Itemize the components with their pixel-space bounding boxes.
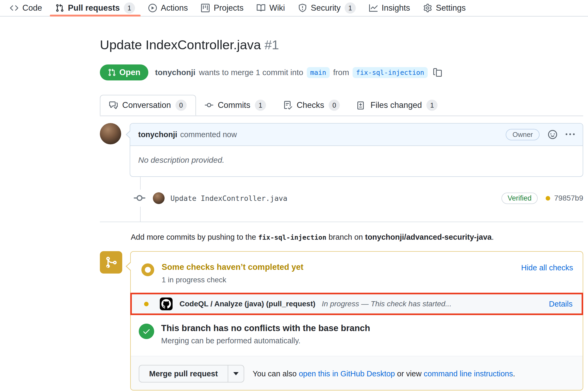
check-circle-icon (139, 324, 154, 339)
code-icon (10, 4, 18, 12)
pull-requests-count-badge: 1 (124, 2, 135, 14)
pull-request-icon (108, 68, 116, 76)
merge-caption-prefix: You can also (253, 369, 297, 378)
push-hint-prefix: Add more commits by pushing to the (131, 233, 256, 241)
tab-count: 1 (255, 100, 266, 111)
tab-label: Commits (218, 100, 250, 110)
merge-footer: Merge pull request You can also open thi… (131, 356, 583, 390)
tab-label: Conversation (122, 100, 171, 110)
nav-item-projects[interactable]: Projects (194, 0, 250, 16)
copy-branch-icon[interactable] (433, 68, 442, 77)
repo-nav: Code Pull requests 1 Actions Projects Wi… (0, 0, 588, 17)
chevron-down-icon (233, 372, 239, 375)
check-row-codeql: CodeQL / Analyze (java) (pull_request) I… (130, 293, 583, 315)
comment-box: tonychonji commented now Owner No descri… (130, 123, 583, 177)
command-line-instructions-link[interactable]: command line instructions (424, 369, 513, 378)
pr-page-content: Update IndexController.java #1 Open tony… (100, 37, 583, 390)
commit-sha[interactable]: 79857b9 (554, 194, 583, 202)
tab-checks[interactable]: Checks 0 (275, 95, 349, 116)
book-icon (257, 4, 265, 12)
nav-item-actions[interactable]: Actions (142, 0, 195, 16)
nav-item-settings[interactable]: Settings (417, 0, 472, 16)
checks-text: Some checks haven’t completed yet 1 in p… (162, 262, 303, 284)
timeline-separator (100, 222, 583, 222)
mergeability-title: This branch has no conflicts with the ba… (161, 323, 370, 333)
nav-item-pull-requests[interactable]: Pull requests 1 (49, 0, 142, 16)
comment-meta: commented now (180, 130, 237, 139)
nav-item-security[interactable]: Security 1 (292, 0, 362, 16)
nav-item-wiki[interactable]: Wiki (250, 0, 292, 16)
smiley-icon[interactable] (548, 130, 557, 139)
avatar[interactable] (100, 123, 121, 144)
mergeability-text: This branch has no conflicts with the ba… (161, 323, 370, 345)
github-desktop-link[interactable]: open this in GitHub Desktop (299, 369, 395, 378)
push-hint-middle: branch on (329, 233, 363, 241)
git-merge-icon (100, 251, 122, 274)
checklist-icon (284, 101, 292, 109)
checks-subtitle: 1 in progress check (162, 276, 303, 284)
nav-item-label: Projects (214, 3, 243, 13)
pr-meta-row: Open tonychonji wants to merge 1 commit … (100, 64, 583, 80)
comment-author[interactable]: tonychonji (138, 130, 177, 139)
check-name: CodeQL / Analyze (java) (pull_request) (179, 300, 315, 308)
from-word: from (333, 68, 349, 77)
nav-item-label: Actions (161, 3, 188, 13)
project-icon (201, 4, 210, 12)
tab-count: 0 (175, 100, 187, 111)
hide-all-checks-link[interactable]: Hide all checks (521, 263, 573, 272)
graph-icon (369, 4, 378, 12)
pr-state-label: Open (119, 68, 140, 77)
base-branch-label[interactable]: main (307, 67, 330, 78)
merge-pull-request-button[interactable]: Merge pull request (139, 365, 228, 382)
pr-title-text: Update IndexController.java (100, 38, 261, 52)
merge-options-dropdown-button[interactable] (228, 365, 244, 382)
gear-icon (423, 4, 432, 12)
comment-discussion-icon (109, 101, 118, 109)
pr-author[interactable]: tonychonji (155, 68, 195, 77)
pr-title: Update IndexController.java #1 (100, 37, 583, 52)
commit-message[interactable]: Update IndexController.java (170, 194, 287, 202)
tab-commits[interactable]: Commits 1 (196, 95, 275, 116)
pr-timeline: Update IndexController.java Verified 798… (100, 177, 583, 222)
merge-button-group: Merge pull request (139, 365, 244, 382)
security-count-badge: 1 (345, 2, 356, 14)
head-branch-label[interactable]: fix-sql-injection (353, 67, 428, 78)
github-actions-avatar (160, 298, 173, 310)
tab-label: Files changed (370, 100, 422, 110)
nav-item-insights[interactable]: Insights (362, 0, 417, 16)
commit-status-dot (546, 196, 550, 201)
tab-conversation[interactable]: Conversation 0 (100, 95, 196, 116)
checks-header: Some checks haven’t completed yet 1 in p… (131, 252, 583, 293)
nav-item-code[interactable]: Code (3, 0, 49, 16)
push-hint-suffix: . (492, 233, 494, 241)
file-diff-icon (357, 101, 366, 109)
kebab-menu-icon[interactable] (566, 130, 575, 139)
pull-request-icon (55, 4, 64, 12)
git-commit-icon (205, 101, 213, 109)
push-hint-branch: fix-sql-injection (258, 234, 326, 241)
pr-state-badge: Open (100, 64, 148, 80)
avatar[interactable] (153, 192, 165, 204)
nav-item-label: Settings (436, 3, 466, 13)
mergeability-section: This branch has no conflicts with the ba… (131, 315, 583, 356)
comment-header: tonychonji commented now Owner (130, 124, 583, 146)
shield-icon (298, 4, 307, 12)
pr-tabs: Conversation 0 Commits 1 Checks 0 Files … (100, 95, 583, 116)
merge-box: Some checks haven’t completed yet 1 in p… (130, 251, 583, 390)
merge-caption: You can also open this in GitHub Desktop… (253, 369, 515, 378)
owner-badge: Owner (506, 129, 540, 140)
nav-item-label: Insights (382, 3, 410, 13)
nav-item-label: Pull requests (68, 3, 120, 13)
push-hint: Add more commits by pushing to the fix-s… (131, 233, 583, 242)
check-status-dot (144, 302, 149, 306)
tab-count: 0 (329, 100, 340, 111)
tab-files-changed[interactable]: Files changed 1 (349, 95, 446, 116)
tab-count: 1 (426, 100, 438, 111)
pr-number: #1 (264, 38, 279, 52)
push-hint-repo: tonychonji/advanced-security-java (365, 233, 492, 241)
git-commit-icon (134, 190, 145, 207)
tab-label: Checks (297, 100, 324, 110)
verified-badge[interactable]: Verified (501, 193, 538, 204)
in-progress-ring-icon (141, 263, 154, 276)
check-details-link[interactable]: Details (549, 300, 573, 308)
